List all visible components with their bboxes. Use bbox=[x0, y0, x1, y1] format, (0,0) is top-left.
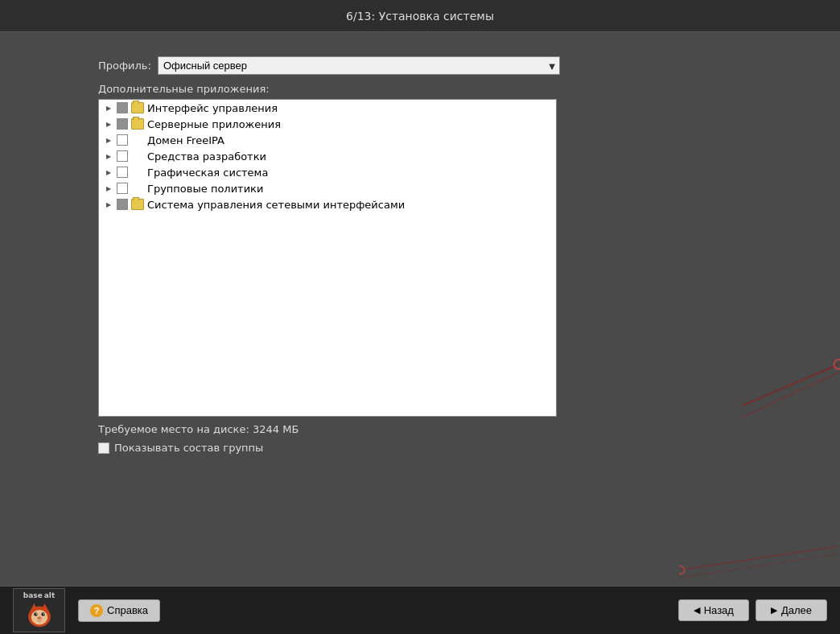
tree-item-4[interactable]: ▶ Средства разработки bbox=[99, 148, 556, 164]
tree-text-2: Серверные приложения bbox=[147, 118, 281, 130]
tree-text-6: Групповые политики bbox=[147, 183, 263, 195]
tree-item-3[interactable]: ▶ Домен FreeIPA bbox=[99, 132, 556, 148]
logo-text-alt: alt bbox=[44, 592, 55, 600]
additional-apps-label: Дополнительные приложения: bbox=[98, 83, 742, 95]
svg-line-0 bbox=[728, 364, 839, 412]
help-label: Справка bbox=[107, 604, 148, 616]
title-bar: 6/13: Установка системы bbox=[0, 0, 840, 32]
folder-icon-7 bbox=[131, 199, 144, 210]
tree-checkbox-1[interactable] bbox=[117, 102, 128, 113]
tree-item-5[interactable]: ▶ Графическая система bbox=[99, 164, 556, 180]
back-label: Назад bbox=[704, 604, 734, 616]
profile-row: Профиль: Офисный сервер Рабочая станция … bbox=[98, 56, 742, 75]
tree-text-5: Графическая система bbox=[147, 167, 268, 179]
tree-item-1[interactable]: ▶ Интерфейс управления bbox=[99, 100, 556, 116]
bottom-bar: base alt ? Справка ◀ Назад ▶ Д bbox=[0, 586, 840, 634]
back-button[interactable]: ◀ Назад bbox=[678, 599, 749, 621]
main-area: Профиль: Офисный сервер Рабочая станция … bbox=[0, 32, 840, 586]
tree-item-7[interactable]: ▶ Система управления сетевыми интерфейса… bbox=[99, 196, 556, 212]
svg-point-13 bbox=[43, 613, 43, 614]
profile-select-wrapper: Офисный сервер Рабочая станция Сервер bbox=[158, 56, 560, 75]
show-group-row: Показывать состав группы bbox=[98, 442, 742, 454]
svg-point-12 bbox=[35, 613, 36, 614]
tree-checkbox-4[interactable] bbox=[117, 150, 128, 162]
tree-arrow-7: ▶ bbox=[102, 198, 115, 211]
tree-item-2[interactable]: ▶ Серверные приложения bbox=[99, 116, 556, 132]
logo-image bbox=[23, 600, 56, 628]
tree-arrow-1: ▶ bbox=[102, 101, 115, 114]
profile-label: Профиль: bbox=[98, 60, 151, 72]
tree-item-6[interactable]: ▶ Групповые политики bbox=[99, 180, 556, 196]
svg-line-4 bbox=[681, 554, 839, 578]
show-group-label: Показывать состав группы bbox=[114, 442, 263, 454]
back-arrow-icon: ◀ bbox=[694, 605, 700, 615]
tree-text-4: Средства разработки bbox=[147, 150, 266, 163]
tree-text-3: Домен FreeIPA bbox=[147, 134, 224, 146]
next-button[interactable]: ▶ Далее bbox=[756, 599, 827, 621]
nav-buttons: ◀ Назад ▶ Далее bbox=[678, 599, 827, 621]
logo: base alt bbox=[13, 588, 65, 632]
profile-select[interactable]: Офисный сервер Рабочая станция Сервер bbox=[158, 56, 560, 75]
svg-point-5 bbox=[679, 566, 685, 574]
tree-checkbox-6[interactable] bbox=[117, 183, 128, 194]
tree-checkbox-7[interactable] bbox=[117, 199, 128, 210]
next-label: Далее bbox=[781, 604, 812, 616]
folder-icon-1 bbox=[131, 102, 144, 113]
tree-arrow-5: ▶ bbox=[102, 166, 115, 179]
disk-space-info: Требуемое место на диске: 3244 МБ bbox=[98, 423, 742, 435]
logo-text-base: base bbox=[23, 592, 43, 600]
tree-checkbox-5[interactable] bbox=[117, 167, 128, 178]
tree-arrow-4: ▶ bbox=[102, 150, 115, 163]
window-title: 6/13: Установка системы bbox=[346, 10, 494, 23]
svg-point-11 bbox=[41, 612, 45, 616]
tree-arrow-6: ▶ bbox=[102, 182, 115, 195]
show-group-checkbox[interactable] bbox=[98, 443, 109, 454]
next-arrow-icon: ▶ bbox=[771, 605, 777, 615]
tree-text-7: Система управления сетевыми интерфейсами bbox=[147, 199, 405, 211]
folder-icon-2 bbox=[131, 118, 144, 130]
svg-point-10 bbox=[34, 612, 38, 616]
tree-checkbox-3[interactable] bbox=[117, 134, 128, 146]
svg-point-14 bbox=[37, 616, 42, 620]
svg-point-2 bbox=[834, 360, 840, 369]
svg-line-3 bbox=[681, 546, 839, 570]
tree-list[interactable]: ▶ Интерфейс управления ▶ Серверные прило… bbox=[98, 99, 557, 417]
content-panel: Профиль: Офисный сервер Рабочая станция … bbox=[98, 56, 742, 454]
tree-text-1: Интерфейс управления bbox=[147, 102, 278, 114]
help-button[interactable]: ? Справка bbox=[78, 599, 160, 622]
help-icon: ? bbox=[90, 604, 103, 617]
tree-arrow-3: ▶ bbox=[102, 134, 115, 146]
tree-arrow-2: ▶ bbox=[102, 117, 115, 130]
tree-checkbox-2[interactable] bbox=[117, 118, 128, 130]
